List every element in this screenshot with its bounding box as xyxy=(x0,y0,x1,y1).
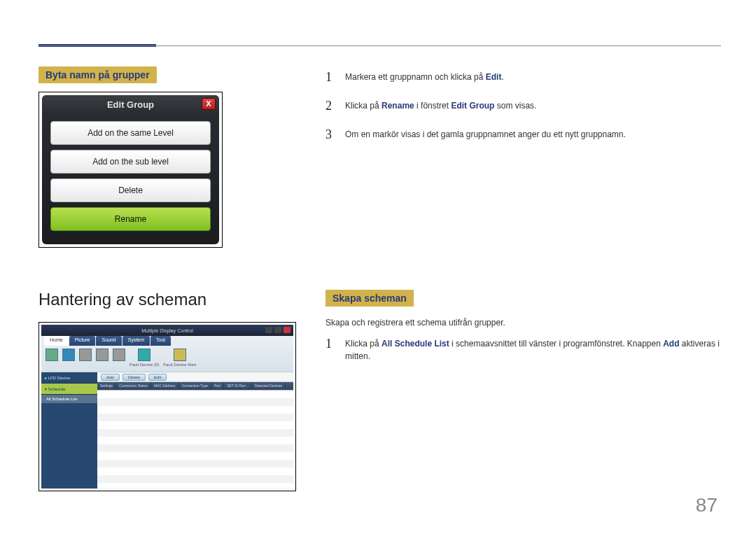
section-label-create: Skapa scheman xyxy=(326,290,414,307)
tab-picture[interactable]: Picture xyxy=(69,336,96,346)
grid-header: Settings Connection Status MAC Address C… xyxy=(97,382,293,390)
dialog-title-text: Edit Group xyxy=(107,99,154,110)
ribbon-icon[interactable] xyxy=(62,349,75,367)
step-number: 2 xyxy=(326,97,335,115)
col[interactable]: SET ID Ran... xyxy=(224,382,252,390)
grid-rows xyxy=(97,390,293,488)
s2-step-1: 1 Klicka på All Schedule List i schemaav… xyxy=(326,335,721,363)
sidebar-item-all-schedule-list[interactable]: All Schedule List xyxy=(41,395,97,403)
step-number: 3 xyxy=(326,125,335,144)
window-controls xyxy=(265,327,290,333)
menu-add-same-level[interactable]: Add on the same Level xyxy=(50,121,211,145)
edit-button[interactable]: Edit xyxy=(148,374,167,381)
step-number: 1 xyxy=(326,68,335,87)
sidebar-item-lfd[interactable]: ▸ LFD Device xyxy=(41,372,97,384)
grid-area: Add Delete Edit Settings Connection Stat… xyxy=(97,372,293,489)
ribbon-icon[interactable] xyxy=(46,349,58,367)
dialog-title: Edit Group X xyxy=(42,95,219,114)
col[interactable]: Connection Type xyxy=(179,382,211,390)
app-screenshot: Multiple Display Control Home Picture So… xyxy=(38,322,296,491)
col[interactable]: Connection Status xyxy=(116,382,151,390)
sidebar: ▸ LFD Device ▾ Schedule All Schedule Lis… xyxy=(41,372,97,489)
tab-system[interactable]: System xyxy=(122,336,150,346)
delete-button[interactable]: Delete xyxy=(122,374,146,381)
menu-rename[interactable]: Rename xyxy=(50,207,211,231)
menu-add-sub-level[interactable]: Add on the sub level xyxy=(50,150,211,174)
page-number: 87 xyxy=(696,494,718,517)
edit-group-dialog-screenshot: Edit Group X Add on the same Level Add o… xyxy=(38,92,223,248)
col[interactable]: Port xyxy=(211,382,224,390)
close-icon[interactable]: X xyxy=(202,98,216,110)
col[interactable]: Settings xyxy=(97,382,116,390)
step-number: 1 xyxy=(326,335,335,363)
app-titlebar: Multiple Display Control xyxy=(41,325,293,336)
maximize-icon[interactable] xyxy=(274,327,281,333)
section-description: Skapa och registrera ett schema utifrån … xyxy=(326,318,721,328)
ribbon-fault-device[interactable]: Fault Device (0) xyxy=(130,349,159,367)
step-text: Markera ett gruppnamn och klicka på Edit… xyxy=(345,68,504,87)
minimize-icon[interactable] xyxy=(265,327,272,333)
add-button[interactable]: Add xyxy=(101,374,120,381)
steps-list: 1 Markera ett gruppnamn och klicka på Ed… xyxy=(326,68,721,144)
heading-schedules: Hantering av scheman xyxy=(38,290,298,309)
close-icon[interactable] xyxy=(284,327,290,333)
menu-delete[interactable]: Delete xyxy=(50,178,211,202)
step-text: Klicka på Rename i fönstret Edit Group s… xyxy=(345,97,536,115)
section-label-rename: Byta namn på grupper xyxy=(38,66,157,83)
ribbon-icon[interactable] xyxy=(79,349,92,367)
horizontal-rule xyxy=(38,45,721,46)
ribbon-icon[interactable] xyxy=(96,349,108,367)
app-title-text: Multiple Display Control xyxy=(141,328,193,333)
sidebar-item-schedule[interactable]: ▾ Schedule xyxy=(41,384,97,395)
ribbon-fault-alert[interactable]: Fault Device Alert xyxy=(163,349,196,367)
step-text: Om en markör visas i det gamla gruppnamn… xyxy=(345,125,626,144)
ribbon-icon[interactable] xyxy=(113,349,125,367)
tab-tool[interactable]: Tool xyxy=(150,336,171,346)
step-3: 3 Om en markör visas i det gamla gruppna… xyxy=(326,125,721,144)
step-1: 1 Markera ett gruppnamn och klicka på Ed… xyxy=(326,68,721,87)
tab-home[interactable]: Home xyxy=(44,336,69,346)
step-text: Klicka på All Schedule List i schemaavsn… xyxy=(345,335,721,363)
col[interactable]: Detected Devices xyxy=(252,382,286,390)
tab-sound[interactable]: Sound xyxy=(96,336,121,346)
step-2: 2 Klicka på Rename i fönstret Edit Group… xyxy=(326,97,721,115)
col[interactable]: MAC Address xyxy=(151,382,179,390)
ribbon: Home Picture Sound System Tool xyxy=(41,336,293,372)
